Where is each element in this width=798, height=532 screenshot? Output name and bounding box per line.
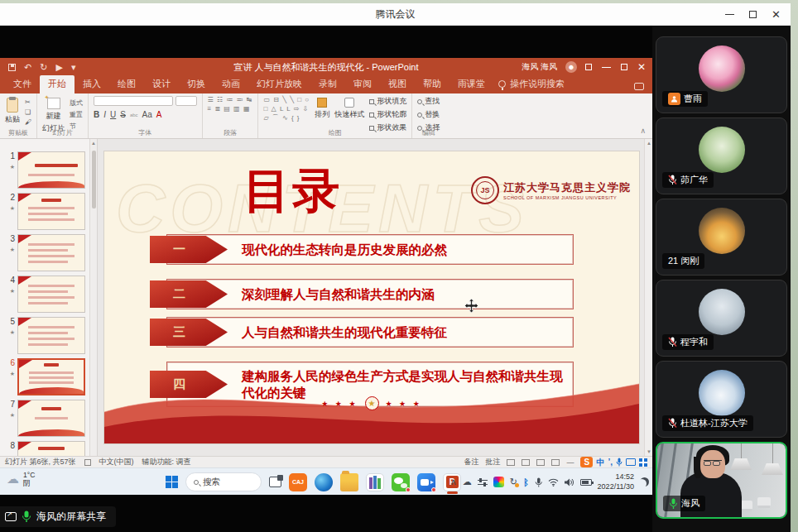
- microphone-icon[interactable]: [535, 477, 542, 487]
- participant-tile[interactable]: 程宇和: [656, 280, 787, 357]
- account-avatar[interactable]: ☻: [565, 61, 577, 73]
- tab-slideshow[interactable]: 幻灯片放映: [248, 75, 310, 93]
- language-indicator[interactable]: 中文(中国): [99, 457, 134, 467]
- clock[interactable]: 14:522022/11/30: [598, 472, 634, 491]
- cut-icon[interactable]: ✂: [25, 98, 31, 106]
- punctuation-icon[interactable]: ’,: [608, 458, 613, 467]
- audio-mixer-icon[interactable]: [478, 478, 488, 486]
- arrange-button[interactable]: 排列: [315, 96, 329, 120]
- participant-tile[interactable]: 茆广华: [656, 117, 787, 194]
- caj-viewer-icon[interactable]: CAJ: [289, 473, 307, 491]
- shapes-row-3[interactable]: ▱ ⌒ ∿ { }: [263, 114, 310, 122]
- task-view-button[interactable]: [269, 477, 281, 487]
- tab-record[interactable]: 录制: [310, 75, 345, 93]
- slideshow-view-icon[interactable]: [551, 459, 560, 466]
- focus-assist-icon[interactable]: [640, 477, 649, 486]
- tab-draw[interactable]: 绘图: [109, 75, 144, 93]
- tab-home[interactable]: 开始: [40, 75, 75, 93]
- thumbnail-4[interactable]: 4★: [3, 276, 85, 313]
- wechat-icon[interactable]: [392, 473, 410, 491]
- redo-icon[interactable]: ↻: [40, 62, 47, 73]
- quick-styles-button[interactable]: 快速样式: [334, 96, 364, 120]
- text-shadow-button[interactable]: abc: [130, 113, 138, 117]
- notes-button[interactable]: 备注: [464, 457, 478, 467]
- qat-caret-icon[interactable]: ▾: [71, 62, 76, 73]
- reading-view-icon[interactable]: [536, 459, 545, 466]
- thumbnail-scrollbar[interactable]: [89, 139, 97, 456]
- wifi-icon[interactable]: [548, 478, 559, 486]
- start-button[interactable]: [166, 476, 178, 488]
- sogou-toolbox-icon[interactable]: [639, 458, 647, 467]
- comments-button[interactable]: 批注: [485, 457, 500, 467]
- minimize-icon[interactable]: [725, 14, 734, 15]
- taskbar-search[interactable]: 搜索: [185, 472, 262, 491]
- save-icon[interactable]: [8, 64, 16, 71]
- slide-editor[interactable]: CONTENTS 目录 JS 江苏大学马克思主义学院SCHOOL OF MARX…: [104, 151, 639, 443]
- comments-icon[interactable]: [634, 83, 644, 90]
- font-color-button[interactable]: A: [156, 110, 162, 119]
- thumbnail-5[interactable]: 5★: [3, 317, 85, 354]
- slide-sorter-icon[interactable]: [522, 459, 530, 466]
- participant-tile[interactable]: 21 闵刚: [656, 199, 787, 276]
- bluetooth-icon[interactable]: ᛒ: [523, 477, 529, 487]
- shape-fill-button[interactable]: 形状填充: [369, 96, 406, 107]
- close-icon[interactable]: ✕: [772, 9, 781, 20]
- ppt-account[interactable]: 海风 海风: [522, 61, 557, 73]
- screen-share-banner[interactable]: 海风的屏幕共享: [0, 506, 116, 527]
- list-buttons[interactable]: ☰ ☷ ≔ ≕ ↹: [208, 96, 253, 103]
- participant-tile-speaking[interactable]: 海风: [656, 442, 787, 519]
- maximize-icon[interactable]: [749, 11, 757, 18]
- tencent-meeting-icon[interactable]: [417, 473, 435, 491]
- onedrive-cloud-icon[interactable]: ☁: [463, 477, 472, 487]
- tab-rainclassroom[interactable]: 雨课堂: [449, 75, 493, 93]
- tab-review[interactable]: 审阅: [345, 75, 380, 93]
- ppt-close-icon[interactable]: ✕: [637, 62, 646, 72]
- format-painter-icon[interactable]: 🖌: [25, 118, 31, 126]
- align-buttons[interactable]: ≡ ≣ ▤ ▥ ▦: [208, 105, 253, 113]
- strikethrough-button[interactable]: S: [120, 110, 126, 119]
- font-size-select[interactable]: [175, 96, 197, 106]
- spellcheck-icon[interactable]: [84, 459, 91, 466]
- tab-insert[interactable]: 插入: [75, 75, 109, 93]
- thumbnail-6-selected[interactable]: 6★: [3, 358, 85, 395]
- font-name-select[interactable]: [94, 96, 173, 106]
- ppt-minimize-icon[interactable]: [602, 67, 611, 68]
- reset-button[interactable]: 重置: [70, 110, 83, 119]
- underline-button[interactable]: U: [110, 110, 116, 119]
- replace-button[interactable]: 替换: [417, 109, 440, 120]
- paste-button[interactable]: 粘贴: [5, 96, 20, 125]
- zoom-out-icon[interactable]: —: [566, 458, 574, 467]
- layout-button[interactable]: 版式: [70, 98, 83, 108]
- participant-tile[interactable]: 杜道林-江苏大学: [656, 361, 787, 438]
- thumbnail-2[interactable]: 2★: [3, 193, 85, 230]
- sync-icon[interactable]: ↻: [510, 477, 517, 487]
- tell-me-search[interactable]: 操作说明搜索: [498, 78, 565, 93]
- chinese-mode-icon[interactable]: 中: [596, 457, 604, 468]
- collapse-ribbon-icon[interactable]: ∧: [633, 127, 652, 138]
- slide-scrollbar[interactable]: [644, 139, 652, 456]
- shapes-row-1[interactable]: ▭ ⊟ ╲ ╲ □ ○: [263, 96, 310, 103]
- find-button[interactable]: 查找: [417, 96, 440, 107]
- undo-icon[interactable]: ↶: [24, 62, 31, 73]
- weather-widget[interactable]: ☁ 1°C阴: [7, 471, 35, 487]
- tab-design[interactable]: 设计: [144, 75, 179, 93]
- thumbnail-3[interactable]: 3★: [3, 234, 85, 271]
- tab-animations[interactable]: 动画: [214, 75, 248, 93]
- ribbon-display-icon[interactable]: [585, 64, 592, 70]
- winrar-icon[interactable]: [366, 473, 384, 491]
- soft-keyboard-icon[interactable]: [626, 458, 636, 466]
- file-explorer-icon[interactable]: [340, 473, 358, 491]
- tab-view[interactable]: 视图: [380, 75, 415, 93]
- normal-view-icon[interactable]: [507, 459, 515, 466]
- tab-file[interactable]: 文件: [5, 75, 40, 93]
- copy-icon[interactable]: ❏: [25, 108, 31, 116]
- ppt-restore-icon[interactable]: [621, 64, 627, 70]
- voice-input-icon[interactable]: [616, 458, 623, 467]
- sogou-logo-icon[interactable]: S: [580, 457, 593, 467]
- browser-icon[interactable]: [315, 473, 333, 491]
- shapes-row-2[interactable]: □ △ L L ⇨ ⇩: [263, 105, 310, 113]
- tab-transitions[interactable]: 切换: [179, 75, 214, 93]
- accessibility-status[interactable]: 辅助功能: 调查: [142, 457, 191, 467]
- thumbnail-1[interactable]: 1★: [3, 151, 85, 189]
- slideshow-icon[interactable]: ▶: [55, 62, 62, 73]
